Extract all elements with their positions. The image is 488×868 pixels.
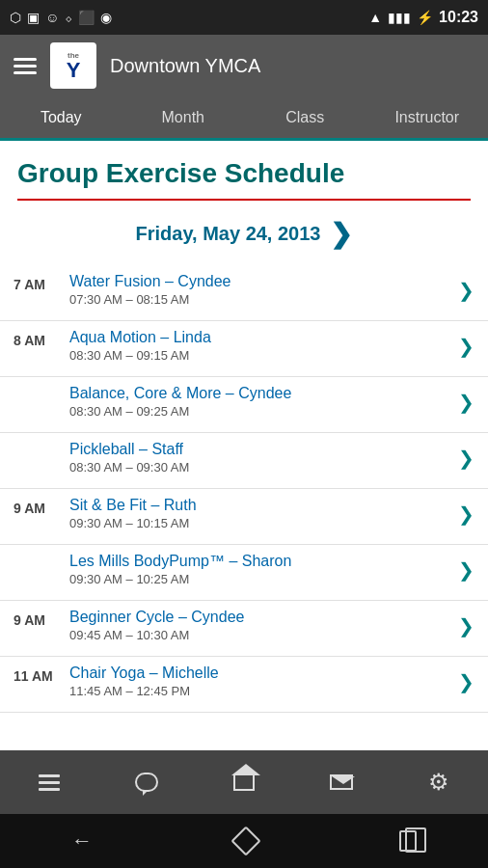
tab-instructor[interactable]: Instructor: [366, 96, 489, 141]
android-recent-button[interactable]: [399, 830, 417, 852]
row-arrow-3: ❯: [458, 441, 478, 470]
nav-list-button[interactable]: [25, 758, 73, 806]
date-navigation: Friday, May 24, 2013 ❯: [0, 214, 488, 265]
logo-y: Y: [67, 60, 81, 81]
row-arrow-0: ❯: [458, 273, 478, 302]
class-info-5: Les Mills BodyPump™ – Sharon 09:30 AM – …: [69, 553, 458, 586]
schedule-item-3[interactable]: Pickleball – Staff 08:30 AM – 09:30 AM ❯: [0, 433, 488, 489]
row-arrow-6: ❯: [458, 609, 478, 637]
time-label-0: 7 AM: [0, 273, 69, 292]
chat-icon: [135, 773, 158, 792]
mail-icon: [330, 774, 353, 790]
time-label-7: 11 AM: [0, 665, 69, 684]
class-time-0: 07:30 AM – 08:15 AM: [69, 292, 458, 307]
main-content: Group Exercise Schedule Friday, May 24, …: [0, 141, 488, 750]
nav-chat-button[interactable]: [122, 758, 171, 806]
logo-area: the Y: [50, 42, 96, 89]
schedule-list: 7 AM Water Fusion – Cyndee 07:30 AM – 08…: [0, 265, 488, 722]
class-name-2: Balance, Core & More – Cyndee: [69, 385, 458, 402]
class-time-5: 09:30 AM – 10:25 AM: [69, 572, 458, 586]
class-name-3: Pickleball – Staff: [69, 441, 458, 458]
class-info-2: Balance, Core & More – Cyndee 08:30 AM –…: [69, 385, 458, 419]
class-info-6: Beginner Cycle – Cyndee 09:45 AM – 10:30…: [69, 609, 458, 642]
time-label-1: 8 AM: [0, 329, 69, 348]
schedule-item-0[interactable]: 7 AM Water Fusion – Cyndee 07:30 AM – 08…: [0, 265, 488, 321]
app-icon-3: ☺: [45, 10, 59, 25]
app-icon-4: ⬦: [65, 10, 72, 25]
class-name-4: Sit & Be Fit – Ruth: [69, 497, 458, 514]
list-icon: [39, 774, 60, 791]
nav-mail-button[interactable]: [317, 758, 366, 806]
header-title: Downtown YMCA: [110, 55, 260, 77]
time-label-2: [0, 385, 69, 389]
time-label-6: 9 AM: [0, 609, 69, 628]
app-header: the Y Downtown YMCA: [0, 35, 488, 96]
class-time-3: 08:30 AM – 09:30 AM: [69, 460, 458, 475]
schedule-item-7[interactable]: 11 AM Chair Yoga – Michelle 11:45 AM – 1…: [0, 657, 488, 713]
bottom-nav: ⚙: [0, 750, 488, 814]
tab-class[interactable]: Class: [244, 96, 366, 141]
class-info-4: Sit & Be Fit – Ruth 09:30 AM – 10:15 AM: [69, 497, 458, 530]
time-label-3: [0, 441, 69, 445]
schedule-item-6[interactable]: 9 AM Beginner Cycle – Cyndee 09:45 AM – …: [0, 601, 488, 657]
status-bar: ⬡ ▣ ☺ ⬦ ⬛ ◉ ▲ ▮▮▮ ⚡ 10:23: [0, 0, 488, 35]
nav-settings-button[interactable]: ⚙: [415, 758, 463, 806]
time-label-5: [0, 553, 69, 556]
class-info-0: Water Fusion – Cyndee 07:30 AM – 08:15 A…: [69, 273, 458, 307]
schedule-item-1[interactable]: 8 AM Aqua Motion – Linda 08:30 AM – 09:1…: [0, 321, 488, 377]
android-back-button[interactable]: ←: [71, 828, 93, 854]
row-arrow-1: ❯: [458, 329, 478, 358]
next-date-button[interactable]: ❯: [330, 218, 352, 250]
ymca-logo: the Y: [50, 42, 96, 89]
class-info-1: Aqua Motion – Linda 08:30 AM – 09:15 AM: [69, 329, 458, 363]
class-time-2: 08:30 AM – 09:25 AM: [69, 404, 458, 419]
row-arrow-7: ❯: [458, 665, 478, 693]
home-icon: [233, 773, 255, 791]
status-icons-right: ▲ ▮▮▮ ⚡ 10:23: [368, 9, 478, 26]
class-time-7: 11:45 AM – 12:45 PM: [69, 684, 458, 698]
class-info-7: Chair Yoga – Michelle 11:45 AM – 12:45 P…: [69, 665, 458, 698]
class-time-4: 09:30 AM – 10:15 AM: [69, 516, 458, 530]
android-home-button[interactable]: [230, 826, 260, 855]
app-icon-5: ⬛: [78, 10, 95, 25]
android-nav-bar: ←: [0, 814, 488, 868]
class-time-1: 08:30 AM – 09:15 AM: [69, 348, 458, 363]
app-icon-6: ◉: [100, 10, 112, 25]
schedule-item-5[interactable]: Les Mills BodyPump™ – Sharon 09:30 AM – …: [0, 545, 488, 601]
time-label-4: 9 AM: [0, 497, 69, 516]
nav-home-button[interactable]: [220, 758, 268, 806]
current-date: Friday, May 24, 2013: [136, 223, 321, 245]
gear-icon: ⚙: [428, 769, 449, 796]
page-title: Group Exercise Schedule: [0, 141, 488, 193]
class-name-0: Water Fusion – Cyndee: [69, 273, 458, 290]
row-arrow-4: ❯: [458, 497, 478, 526]
status-icons-left: ⬡ ▣ ☺ ⬦ ⬛ ◉: [10, 10, 112, 25]
wifi-icon: ▲: [368, 10, 382, 25]
app-icon-2: ▣: [27, 10, 40, 25]
title-divider: [17, 199, 471, 201]
class-info-3: Pickleball – Staff 08:30 AM – 09:30 AM: [69, 441, 458, 475]
schedule-item-2[interactable]: Balance, Core & More – Cyndee 08:30 AM –…: [0, 377, 488, 433]
class-name-6: Beginner Cycle – Cyndee: [69, 609, 458, 626]
schedule-item-4[interactable]: 9 AM Sit & Be Fit – Ruth 09:30 AM – 10:1…: [0, 489, 488, 545]
row-arrow-5: ❯: [458, 553, 478, 582]
class-name-1: Aqua Motion – Linda: [69, 329, 458, 346]
tab-bar: Today Month Class Instructor: [0, 96, 488, 141]
battery-icon: ⚡: [417, 10, 433, 25]
status-time: 10:23: [439, 9, 478, 26]
class-name-5: Les Mills BodyPump™ – Sharon: [69, 553, 458, 570]
tab-month[interactable]: Month: [122, 96, 245, 141]
class-time-6: 09:45 AM – 10:30 AM: [69, 628, 458, 642]
signal-icon: ▮▮▮: [388, 10, 411, 25]
tab-today[interactable]: Today: [0, 96, 122, 141]
app-icon-1: ⬡: [10, 10, 21, 25]
class-name-7: Chair Yoga – Michelle: [69, 665, 458, 682]
row-arrow-2: ❯: [458, 385, 478, 414]
menu-button[interactable]: [14, 58, 37, 74]
